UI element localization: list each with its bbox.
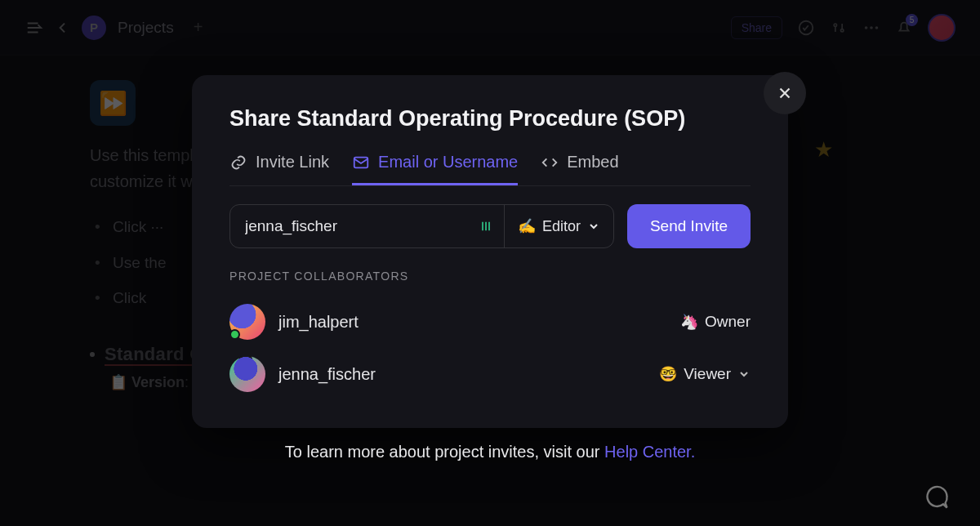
chat-icon[interactable] xyxy=(921,482,951,511)
close-icon xyxy=(776,84,794,102)
role-text: Viewer xyxy=(684,365,731,383)
modal-wrapper: Share Standard Operating Procedure (SOP)… xyxy=(192,75,788,461)
help-text: To learn more about project invites, vis… xyxy=(192,443,788,461)
collaborator-name: jim_halpert xyxy=(278,313,667,332)
collaborator-role-dropdown[interactable]: 🤓 Viewer xyxy=(659,365,751,383)
role-dropdown[interactable]: ✍️ Editor xyxy=(504,205,613,247)
modal-overlay: Share Standard Operating Procedure (SOP)… xyxy=(0,0,980,526)
share-modal: Share Standard Operating Procedure (SOP)… xyxy=(192,75,788,428)
username-input[interactable] xyxy=(230,205,468,247)
avatar[interactable] xyxy=(229,304,265,340)
role-label: Editor xyxy=(542,218,581,235)
link-icon xyxy=(229,154,247,172)
tab-label: Invite Link xyxy=(256,153,329,172)
help-center-link[interactable]: Help Center. xyxy=(604,443,695,461)
tab-embed[interactable]: Embed xyxy=(541,153,618,185)
collaborator-row: jim_halpert 🦄 Owner xyxy=(229,296,751,348)
modal-title: Share Standard Operating Procedure (SOP) xyxy=(229,106,751,132)
chevron-down-icon xyxy=(587,220,600,233)
status-online-icon xyxy=(229,329,240,340)
chevron-down-icon xyxy=(737,368,751,381)
send-invite-button[interactable]: Send Invite xyxy=(627,204,751,248)
collaborators-header: PROJECT COLLABORATORS xyxy=(229,270,751,283)
help-prefix: To learn more about project invites, vis… xyxy=(285,443,604,461)
verify-icon xyxy=(468,205,504,247)
close-button[interactable] xyxy=(764,72,806,114)
role-emoji: ✍️ xyxy=(518,217,536,235)
collaborator-name: jenna_fischer xyxy=(278,365,646,384)
tab-invite-link[interactable]: Invite Link xyxy=(229,153,329,185)
invite-row: ✍️ Editor Send Invite xyxy=(229,204,751,248)
tab-label: Email or Username xyxy=(378,153,518,172)
code-icon xyxy=(541,154,559,172)
mail-icon xyxy=(352,154,370,172)
avatar[interactable] xyxy=(229,356,265,392)
collaborator-role: 🦄 Owner xyxy=(680,313,751,331)
collaborator-row: jenna_fischer 🤓 Viewer xyxy=(229,348,751,400)
tab-email-username[interactable]: Email or Username xyxy=(352,153,518,185)
share-tabs: Invite Link Email or Username Embed xyxy=(229,153,751,186)
role-emoji: 🦄 xyxy=(680,313,698,331)
role-emoji: 🤓 xyxy=(659,365,677,383)
role-text: Owner xyxy=(705,313,751,331)
tab-label: Embed xyxy=(567,153,618,172)
invite-input-group: ✍️ Editor xyxy=(229,204,614,248)
